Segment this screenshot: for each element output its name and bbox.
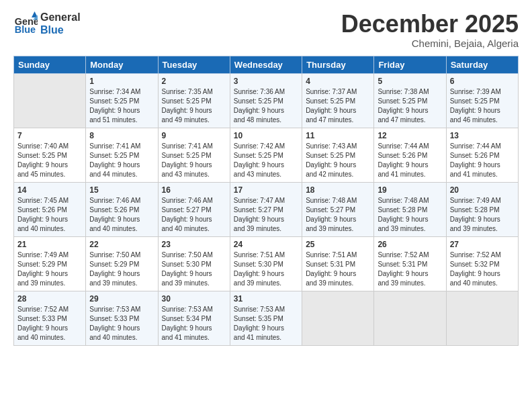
logo-general: General — [40, 11, 81, 24]
page-container: General Blue General Blue December 2025 … — [0, 0, 532, 353]
day-info: Sunrise: 7:44 AM Sunset: 5:26 PM Dayligh… — [450, 142, 515, 179]
day-info: Sunrise: 7:49 AM Sunset: 5:29 PM Dayligh… — [17, 250, 82, 288]
day-info: Sunrise: 7:41 AM Sunset: 5:25 PM Dayligh… — [89, 142, 154, 179]
day-number: 16 — [162, 185, 226, 195]
weekday-header-sunday: Sunday — [14, 56, 86, 73]
week-row-5: 28Sunrise: 7:52 AM Sunset: 5:33 PM Dayli… — [14, 291, 519, 345]
day-info: Sunrise: 7:40 AM Sunset: 5:25 PM Dayligh… — [17, 142, 82, 179]
calendar-cell: 17Sunrise: 7:47 AM Sunset: 5:27 PM Dayli… — [230, 182, 302, 236]
calendar-cell: 10Sunrise: 7:42 AM Sunset: 5:25 PM Dayli… — [230, 128, 302, 182]
month-title: December 2025 — [341, 11, 519, 38]
day-info: Sunrise: 7:50 AM Sunset: 5:30 PM Dayligh… — [162, 250, 226, 288]
day-info: Sunrise: 7:52 AM Sunset: 5:33 PM Dayligh… — [17, 305, 82, 342]
day-number: 25 — [306, 240, 370, 249]
day-info: Sunrise: 7:34 AM Sunset: 5:25 PM Dayligh… — [89, 87, 154, 125]
calendar-cell: 30Sunrise: 7:53 AM Sunset: 5:34 PM Dayli… — [158, 291, 230, 345]
week-row-4: 21Sunrise: 7:49 AM Sunset: 5:29 PM Dayli… — [14, 236, 519, 291]
calendar-cell: 3Sunrise: 7:36 AM Sunset: 5:25 PM Daylig… — [230, 73, 302, 128]
day-number: 5 — [378, 77, 442, 86]
weekday-header-saturday: Saturday — [446, 56, 518, 73]
day-number: 20 — [450, 185, 515, 195]
day-number: 21 — [17, 240, 82, 249]
day-number: 27 — [450, 240, 515, 249]
day-number: 22 — [89, 240, 154, 249]
day-info: Sunrise: 7:37 AM Sunset: 5:25 PM Dayligh… — [306, 87, 370, 125]
day-info: Sunrise: 7:49 AM Sunset: 5:28 PM Dayligh… — [450, 196, 515, 234]
day-number: 11 — [306, 131, 370, 140]
day-info: Sunrise: 7:50 AM Sunset: 5:29 PM Dayligh… — [89, 250, 154, 288]
weekday-header-row: SundayMondayTuesdayWednesdayThursdayFrid… — [14, 56, 519, 73]
calendar-cell: 8Sunrise: 7:41 AM Sunset: 5:25 PM Daylig… — [86, 128, 158, 182]
calendar-cell — [374, 291, 446, 345]
day-info: Sunrise: 7:47 AM Sunset: 5:27 PM Dayligh… — [234, 196, 298, 234]
calendar-cell: 1Sunrise: 7:34 AM Sunset: 5:25 PM Daylig… — [86, 73, 158, 128]
day-number: 10 — [234, 131, 298, 140]
day-info: Sunrise: 7:51 AM Sunset: 5:31 PM Dayligh… — [306, 250, 370, 288]
calendar-cell: 6Sunrise: 7:39 AM Sunset: 5:25 PM Daylig… — [446, 73, 518, 128]
day-info: Sunrise: 7:52 AM Sunset: 5:31 PM Dayligh… — [378, 250, 442, 288]
day-info: Sunrise: 7:52 AM Sunset: 5:32 PM Dayligh… — [450, 250, 515, 288]
calendar-cell: 2Sunrise: 7:35 AM Sunset: 5:25 PM Daylig… — [158, 73, 230, 128]
day-number: 4 — [306, 77, 370, 86]
calendar-cell: 15Sunrise: 7:46 AM Sunset: 5:26 PM Dayli… — [86, 182, 158, 236]
day-number: 6 — [450, 77, 515, 86]
calendar-table: SundayMondayTuesdayWednesdayThursdayFrid… — [13, 56, 519, 346]
day-info: Sunrise: 7:48 AM Sunset: 5:27 PM Dayligh… — [306, 196, 370, 234]
day-number: 7 — [17, 131, 82, 140]
day-info: Sunrise: 7:48 AM Sunset: 5:28 PM Dayligh… — [378, 196, 442, 234]
day-info: Sunrise: 7:53 AM Sunset: 5:35 PM Dayligh… — [234, 305, 298, 342]
week-row-1: 1Sunrise: 7:34 AM Sunset: 5:25 PM Daylig… — [14, 73, 519, 128]
day-info: Sunrise: 7:39 AM Sunset: 5:25 PM Dayligh… — [450, 87, 515, 125]
calendar-cell: 28Sunrise: 7:52 AM Sunset: 5:33 PM Dayli… — [14, 291, 86, 345]
week-row-3: 14Sunrise: 7:45 AM Sunset: 5:26 PM Dayli… — [14, 182, 519, 236]
calendar-cell: 23Sunrise: 7:50 AM Sunset: 5:30 PM Dayli… — [158, 236, 230, 291]
calendar-cell: 21Sunrise: 7:49 AM Sunset: 5:29 PM Dayli… — [14, 236, 86, 291]
day-number: 26 — [378, 240, 442, 249]
day-info: Sunrise: 7:53 AM Sunset: 5:33 PM Dayligh… — [89, 305, 154, 342]
calendar-cell — [14, 73, 86, 128]
day-number: 24 — [234, 240, 298, 249]
weekday-header-monday: Monday — [86, 56, 158, 73]
calendar-cell: 29Sunrise: 7:53 AM Sunset: 5:33 PM Dayli… — [86, 291, 158, 345]
calendar-cell: 4Sunrise: 7:37 AM Sunset: 5:25 PM Daylig… — [302, 73, 374, 128]
day-info: Sunrise: 7:42 AM Sunset: 5:25 PM Dayligh… — [234, 142, 298, 179]
day-number: 12 — [378, 131, 442, 140]
day-number: 18 — [306, 185, 370, 195]
calendar-cell: 25Sunrise: 7:51 AM Sunset: 5:31 PM Dayli… — [302, 236, 374, 291]
week-row-2: 7Sunrise: 7:40 AM Sunset: 5:25 PM Daylig… — [14, 128, 519, 182]
calendar-cell: 20Sunrise: 7:49 AM Sunset: 5:28 PM Dayli… — [446, 182, 518, 236]
calendar-cell: 19Sunrise: 7:48 AM Sunset: 5:28 PM Dayli… — [374, 182, 446, 236]
day-info: Sunrise: 7:43 AM Sunset: 5:25 PM Dayligh… — [306, 142, 370, 179]
day-info: Sunrise: 7:38 AM Sunset: 5:25 PM Dayligh… — [378, 87, 442, 125]
location: Chemini, Bejaia, Algeria — [341, 38, 519, 49]
day-number: 14 — [17, 185, 82, 195]
day-number: 1 — [89, 77, 154, 86]
day-number: 19 — [378, 185, 442, 195]
day-info: Sunrise: 7:46 AM Sunset: 5:27 PM Dayligh… — [162, 196, 226, 234]
calendar-cell: 14Sunrise: 7:45 AM Sunset: 5:26 PM Dayli… — [14, 182, 86, 236]
calendar-cell: 22Sunrise: 7:50 AM Sunset: 5:29 PM Dayli… — [86, 236, 158, 291]
day-number: 17 — [234, 185, 298, 195]
weekday-header-friday: Friday — [374, 56, 446, 73]
day-info: Sunrise: 7:41 AM Sunset: 5:25 PM Dayligh… — [162, 142, 226, 179]
calendar-cell: 9Sunrise: 7:41 AM Sunset: 5:25 PM Daylig… — [158, 128, 230, 182]
logo: General Blue General Blue — [13, 11, 81, 36]
title-block: December 2025 Chemini, Bejaia, Algeria — [341, 11, 519, 49]
day-number: 29 — [89, 294, 154, 304]
header: General Blue General Blue December 2025 … — [13, 11, 519, 49]
calendar-cell: 5Sunrise: 7:38 AM Sunset: 5:25 PM Daylig… — [374, 73, 446, 128]
calendar-cell — [302, 291, 374, 345]
day-number: 23 — [162, 240, 226, 249]
day-info: Sunrise: 7:46 AM Sunset: 5:26 PM Dayligh… — [89, 196, 154, 234]
calendar-cell: 13Sunrise: 7:44 AM Sunset: 5:26 PM Dayli… — [446, 128, 518, 182]
day-number: 9 — [162, 131, 226, 140]
calendar-cell: 7Sunrise: 7:40 AM Sunset: 5:25 PM Daylig… — [14, 128, 86, 182]
svg-text:Blue: Blue — [15, 25, 36, 36]
calendar-cell: 24Sunrise: 7:51 AM Sunset: 5:30 PM Dayli… — [230, 236, 302, 291]
day-number: 13 — [450, 131, 515, 140]
calendar-cell: 18Sunrise: 7:48 AM Sunset: 5:27 PM Dayli… — [302, 182, 374, 236]
weekday-header-tuesday: Tuesday — [158, 56, 230, 73]
calendar-cell: 16Sunrise: 7:46 AM Sunset: 5:27 PM Dayli… — [158, 182, 230, 236]
day-number: 30 — [162, 294, 226, 304]
day-info: Sunrise: 7:53 AM Sunset: 5:34 PM Dayligh… — [162, 305, 226, 342]
